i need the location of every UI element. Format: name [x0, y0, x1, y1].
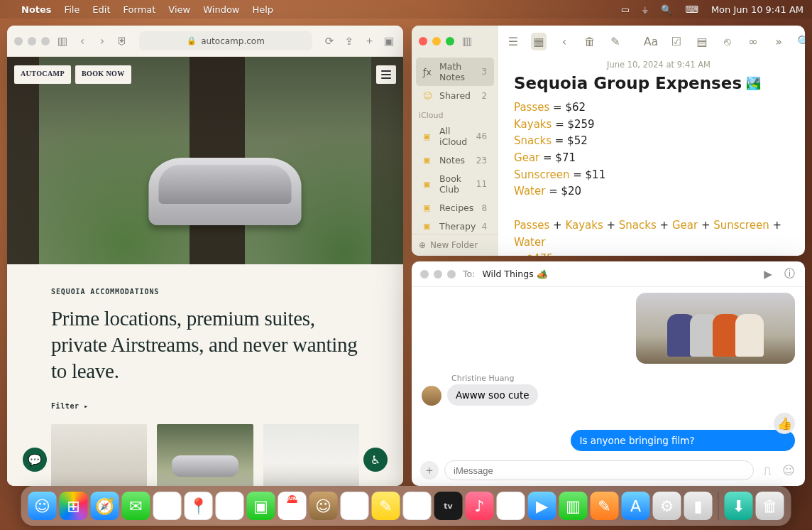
book-now-button[interactable]: BOOK NOW: [75, 65, 131, 84]
conversation[interactable]: Christine Huang Awww soo cute 👍 Is anyon…: [412, 287, 805, 455]
minimize-button[interactable]: [28, 37, 36, 45]
media-icon[interactable]: ⎋: [720, 35, 735, 48]
dock-messages[interactable]: ✉: [122, 492, 150, 520]
sidebar-item-math-notes[interactable]: ƒx Math Notes 3: [416, 58, 494, 86]
dock-appstore[interactable]: A: [622, 492, 650, 520]
emoji-icon[interactable]: ☺: [781, 463, 796, 477]
sidebar-item[interactable]: ▣Recipes8: [416, 199, 494, 217]
sidebar-icon[interactable]: ▥: [55, 35, 70, 48]
gallery-card[interactable]: [157, 424, 253, 486]
dock-launchpad[interactable]: ⊞: [60, 492, 88, 520]
sidebar-toggle-icon[interactable]: ▥: [460, 35, 474, 48]
reload-icon[interactable]: ⟳: [322, 35, 336, 48]
sidebar-item[interactable]: ▣All iCloud46: [416, 122, 494, 151]
forward-icon[interactable]: ›: [95, 35, 109, 48]
dock-calendar[interactable]: JUN10: [278, 492, 307, 520]
address-bar[interactable]: 🔒 autocamp.com: [139, 31, 312, 50]
dock-keynote[interactable]: ▶: [528, 492, 556, 520]
dock-pages[interactable]: ✎: [591, 492, 619, 520]
wifi-icon[interactable]: ⏚: [642, 4, 648, 15]
dock-contacts[interactable]: ☺: [309, 492, 338, 520]
site-logo[interactable]: AUTOCAMP: [14, 65, 71, 84]
dock-photos[interactable]: ✿: [216, 492, 244, 520]
recipient[interactable]: Wild Things 🏕️: [482, 269, 547, 279]
sender-label: Liz Dizon: [451, 454, 795, 455]
tapback-reaction[interactable]: 👍: [774, 413, 795, 434]
dock-finder[interactable]: ☺: [28, 492, 57, 520]
more-icon[interactable]: »: [771, 35, 786, 48]
filter-link[interactable]: Filter ▸: [51, 403, 359, 410]
dock-numbers[interactable]: ▥: [559, 492, 588, 520]
checklist-icon[interactable]: ☑: [669, 35, 684, 48]
new-folder-button[interactable]: ⊕ New Folder: [412, 234, 498, 256]
note-content[interactable]: June 10, 2024 at 9:41 AM Sequoia Group E…: [498, 57, 805, 256]
hamburger-button[interactable]: [376, 65, 396, 84]
menu-edit[interactable]: Edit: [92, 4, 110, 15]
dock-mail[interactable]: ✉: [153, 492, 182, 520]
menu-format[interactable]: Format: [124, 4, 156, 15]
close-button[interactable]: [420, 270, 429, 278]
message-bubble-out[interactable]: Is anyone bringing film?: [571, 430, 795, 451]
dock-facetime[interactable]: ▣: [247, 492, 275, 520]
dock-downloads[interactable]: ⬇: [725, 492, 753, 520]
dock-tv[interactable]: tv: [434, 492, 463, 520]
message-input[interactable]: [444, 460, 754, 480]
audio-icon[interactable]: ⎍: [759, 463, 775, 477]
dock-trash[interactable]: 🗑: [756, 492, 784, 520]
menu-help[interactable]: Help: [252, 4, 273, 15]
dock-reminders[interactable]: ≣: [341, 492, 369, 520]
delete-icon[interactable]: 🗑: [582, 35, 598, 48]
apps-button[interactable]: ＋: [420, 461, 439, 480]
spotlight-icon[interactable]: 🔍: [661, 4, 672, 15]
sidebar-item[interactable]: ▣Notes23: [416, 151, 494, 169]
dock-freeform[interactable]: 〰: [403, 492, 432, 520]
close-button[interactable]: [14, 37, 23, 45]
close-button[interactable]: [419, 37, 427, 45]
battery-icon[interactable]: ▭: [621, 4, 630, 15]
list-view-icon[interactable]: ☰: [505, 35, 521, 48]
menu-window[interactable]: Window: [203, 4, 239, 15]
gallery-card[interactable]: [263, 424, 359, 486]
info-icon[interactable]: ⓘ: [782, 267, 796, 281]
zoom-button[interactable]: [447, 270, 456, 278]
gallery-view-icon[interactable]: ▦: [531, 33, 547, 50]
dock-safari[interactable]: 🧭: [91, 492, 119, 520]
clock[interactable]: Mon Jun 10 9:41 AM: [711, 4, 803, 15]
chat-bubble-icon[interactable]: 💬: [23, 448, 47, 472]
dock-news[interactable]: N: [497, 492, 525, 520]
minimize-button[interactable]: [432, 37, 441, 45]
back-icon[interactable]: ‹: [556, 35, 572, 48]
app-menu[interactable]: Notes: [21, 4, 52, 15]
new-tab-icon[interactable]: ＋: [362, 34, 376, 48]
photo-message[interactable]: [636, 293, 795, 364]
gallery-card[interactable]: [51, 424, 147, 486]
dock-iphone-mirror[interactable]: ▮: [684, 492, 713, 520]
table-icon[interactable]: ▤: [694, 35, 710, 48]
privacy-icon[interactable]: ⛨: [115, 35, 129, 48]
accessibility-icon[interactable]: ♿: [363, 448, 388, 472]
minimize-button[interactable]: [434, 270, 442, 278]
back-icon[interactable]: ‹: [75, 35, 89, 48]
avatar[interactable]: [422, 386, 441, 406]
control-center-icon[interactable]: ⌨: [685, 4, 698, 15]
zoom-button[interactable]: [41, 37, 50, 45]
message-bubble[interactable]: Awww soo cute: [447, 384, 538, 406]
sidebar-item[interactable]: ▣Book Club11: [416, 170, 494, 198]
dock-settings[interactable]: ⚙: [653, 492, 681, 520]
menu-file[interactable]: File: [65, 4, 80, 15]
menu-view[interactable]: View: [168, 4, 190, 15]
search-icon[interactable]: 🔍: [796, 35, 805, 48]
sidebar-item[interactable]: ▣Therapy4: [416, 217, 494, 234]
share-icon[interactable]: ⇪: [342, 35, 356, 48]
link-icon[interactable]: ∞: [745, 35, 761, 48]
dock-music[interactable]: ♪: [466, 492, 494, 520]
compose-icon[interactable]: ✎: [608, 35, 623, 48]
format-icon[interactable]: Aa: [643, 35, 659, 48]
lock-icon: 🔒: [187, 36, 197, 45]
dock-maps[interactable]: 📍: [185, 492, 213, 520]
tabs-icon[interactable]: ▣: [382, 35, 396, 48]
dock-notes[interactable]: ✎: [372, 492, 400, 520]
facetime-icon[interactable]: ▶: [761, 268, 775, 281]
sidebar-item-shared[interactable]: ☺ Shared 2: [416, 87, 494, 104]
zoom-button[interactable]: [446, 37, 454, 45]
